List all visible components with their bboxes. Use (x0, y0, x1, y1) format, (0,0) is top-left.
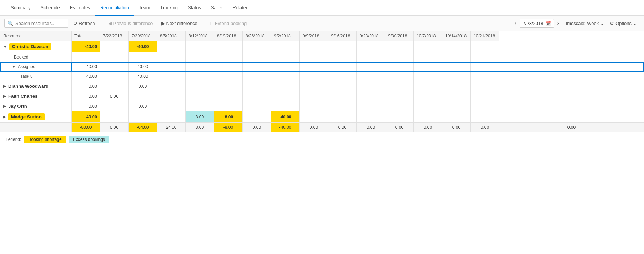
cell-1-2 (157, 52, 186, 62)
resource-cell-7: ▶Madge Sutton (0, 111, 72, 123)
prev-diff-button[interactable]: ◀ Previous difference (105, 19, 156, 28)
cell-0-13 (471, 41, 499, 52)
cell-6-9 (357, 101, 385, 111)
date-box[interactable]: 7/23/2018 📅 (520, 19, 555, 28)
cell-5-5 (243, 91, 271, 101)
total-cell-6: 0.00 (243, 123, 271, 132)
refresh-button[interactable]: ↺ Refresh (70, 19, 99, 28)
cell-6-5 (243, 101, 271, 111)
nav-item-team[interactable]: Team (134, 0, 155, 16)
timescale-chevron-icon: ⌄ (600, 21, 604, 26)
cell-1-9 (357, 52, 385, 62)
cell-1-12 (442, 52, 471, 62)
totals-resource-cell (0, 123, 72, 132)
prev-arrow-icon: ◀ (108, 21, 112, 26)
resource-name-label: Jay Orth (8, 103, 27, 109)
cell-7-2 (157, 111, 186, 123)
total-cell-0: -80.00 (72, 123, 100, 132)
nav-item-sales[interactable]: Sales (206, 0, 228, 16)
cell-5-10 (385, 91, 414, 101)
expand-icon[interactable]: ▶ (3, 115, 6, 119)
cell-2-0 (100, 62, 129, 72)
cell-6-3 (186, 101, 214, 111)
options-button[interactable]: ⚙ Options ⌄ (607, 19, 640, 27)
total-cell-12: 0.00 (414, 123, 442, 132)
cell-7-0 (100, 111, 129, 123)
extend-booking-button[interactable]: □ Extend booking (207, 19, 250, 28)
resource-cell-3: Task 8 (0, 72, 72, 81)
table-row[interactable]: ▶Jay Orth0.000.00 (0, 101, 644, 111)
cell-1-6 (271, 52, 300, 62)
total-cell-2: -64.00 (129, 123, 157, 132)
expand-icon[interactable]: ▶ (3, 84, 6, 88)
cell-7-10 (385, 111, 414, 123)
date-prev-button[interactable]: ‹ (513, 19, 518, 28)
cell-3-4 (214, 72, 243, 81)
cell-4-1: 0.00 (129, 81, 157, 91)
cell-4-6 (271, 81, 300, 91)
cell-0-8 (328, 41, 357, 52)
separator-2 (204, 19, 204, 27)
cell-3-0 (100, 72, 129, 81)
cell-7-8 (328, 111, 357, 123)
cell-0-11 (414, 41, 442, 52)
col-header-date-11: 10/7/2018 (414, 31, 442, 41)
table-row[interactable]: ▶Faith Charles0.000.00 (0, 91, 644, 101)
grid-container: Resource Total 7/22/2018 7/29/2018 8/5/2… (0, 31, 644, 132)
cell-0-2 (157, 41, 186, 52)
separator-1 (102, 19, 102, 27)
options-chevron-icon: ⌄ (633, 21, 637, 26)
next-diff-button[interactable]: ▶ Next difference (158, 19, 201, 28)
total-cell-3: 40.00 (72, 72, 100, 81)
legend: Legend: Booking shortage Excess bookings (0, 132, 644, 147)
expand-icon[interactable]: ▶ (3, 104, 6, 108)
table-row[interactable]: ▼Assigned40.0040.00 (0, 62, 644, 72)
cell-4-10 (385, 81, 414, 91)
cell-4-11 (414, 81, 442, 91)
cell-2-6 (271, 62, 300, 72)
cell-3-6 (271, 72, 300, 81)
nav-item-related[interactable]: Related (227, 0, 253, 16)
total-cell-5: 0.00 (72, 91, 100, 101)
sub-row-label: Assigned (18, 64, 35, 69)
cell-3-1: 40.00 (129, 72, 157, 81)
search-input[interactable] (15, 21, 65, 26)
nav-item-tracking[interactable]: Tracking (155, 0, 183, 16)
task-row-label: Task 8 (20, 74, 33, 79)
resource-grid: Resource Total 7/22/2018 7/29/2018 8/5/2… (0, 31, 644, 132)
cell-5-3 (186, 91, 214, 101)
date-next-button[interactable]: › (556, 19, 560, 28)
cell-5-0: 0.00 (100, 91, 129, 101)
col-header-date-7: 9/9/2018 (300, 31, 328, 41)
expand-icon[interactable]: ▼ (3, 45, 7, 49)
cell-2-7 (300, 62, 328, 72)
col-header-date-3: 8/12/2018 (186, 31, 214, 41)
cell-7-1 (129, 111, 157, 123)
table-row[interactable]: ▼Christie Dawson-40.00-40.00 (0, 41, 644, 52)
cell-1-5 (243, 52, 271, 62)
table-row[interactable]: ▶Dianna Woodward0.000.00 (0, 81, 644, 91)
total-cell-6: 0.00 (72, 101, 100, 111)
cell-1-11 (414, 52, 442, 62)
expand-icon[interactable]: ▶ (3, 94, 6, 98)
resource-cell-6: ▶Jay Orth (0, 101, 72, 111)
nav-item-reconciliation[interactable]: Reconciliation (95, 0, 134, 16)
nav-item-status[interactable]: Status (183, 0, 206, 16)
cell-6-10 (385, 101, 414, 111)
nav-item-estimates[interactable]: Estimates (65, 0, 95, 16)
table-row[interactable]: ▶Madge Sutton-40.008.00-8.00-40.00 (0, 111, 644, 123)
table-row[interactable]: Booked (0, 52, 644, 62)
cell-7-3: 8.00 (186, 111, 214, 123)
cell-7-12 (442, 111, 471, 123)
search-box[interactable]: 🔍 (4, 19, 68, 28)
nav-item-schedule[interactable]: Schedule (36, 0, 65, 16)
cell-6-12 (442, 101, 471, 111)
cell-1-13 (471, 52, 499, 62)
total-cell-14: 0.00 (471, 123, 499, 132)
table-row[interactable]: Task 840.0040.00 (0, 72, 644, 81)
nav-item-summary[interactable]: Summary (6, 0, 36, 16)
cell-3-8 (328, 72, 357, 81)
timescale-select: Timescale: Week ⌄ (563, 21, 604, 26)
cell-7-5 (243, 111, 271, 123)
expand-icon[interactable]: ▼ (12, 65, 16, 69)
